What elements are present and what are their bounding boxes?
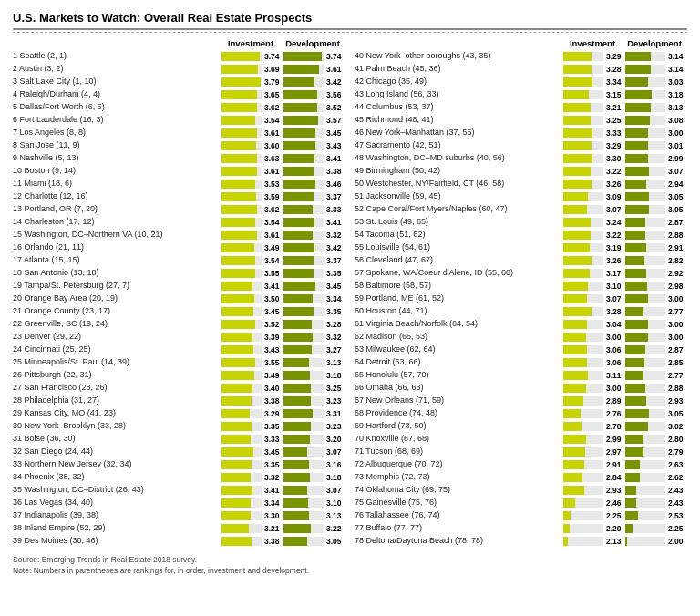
development-bar-wrap	[625, 460, 665, 469]
development-bar-wrap	[625, 256, 665, 265]
development-value: 3.38	[326, 167, 342, 176]
development-bar	[283, 524, 311, 533]
investment-cell: 3.38	[221, 396, 283, 406]
table-row: 50 Westchester, NY/Fairfield, CT (46, 58…	[355, 178, 687, 190]
main-table: Investment Development 1 Seattle (2, 1)3…	[13, 38, 687, 548]
development-bar	[625, 358, 644, 367]
investment-bar	[221, 358, 255, 367]
investment-cell: 2.76	[563, 409, 625, 418]
development-bar-wrap	[283, 269, 324, 278]
investment-bar	[563, 218, 591, 227]
investment-bar-wrap	[221, 231, 262, 240]
row-label: 19 Tampa/St. Petersburg (27, 7)	[13, 281, 221, 292]
row-label: 18 San Antonio (13, 18)	[13, 268, 221, 279]
investment-bar-wrap	[563, 435, 603, 444]
investment-bar	[563, 269, 590, 278]
table-row: 25 Minneapolis/St. Paul (14, 39)3.553.13	[13, 356, 345, 368]
investment-value: 3.33	[264, 435, 280, 444]
table-row: 52 Cape Coral/Fort Myers/Naples (60, 47)…	[355, 203, 687, 215]
investment-cell: 3.60	[221, 141, 283, 150]
development-bar-wrap	[625, 486, 665, 495]
right-dev-header: Development	[623, 38, 685, 48]
investment-value: 3.30	[264, 511, 280, 520]
development-value: 2.43	[668, 486, 684, 495]
row-label: 28 Philadelphia (31, 27)	[13, 395, 221, 406]
investment-bar-wrap	[563, 294, 603, 303]
row-label: 34 Phoenix (38, 32)	[13, 472, 221, 483]
development-bar-wrap	[625, 524, 665, 533]
development-bar-wrap	[283, 524, 324, 533]
investment-value: 3.43	[264, 345, 280, 354]
investment-cell: 3.09	[563, 192, 625, 201]
investment-bar	[221, 345, 253, 354]
investment-bar	[221, 307, 253, 316]
investment-value: 3.10	[606, 282, 622, 291]
table-row: 30 New York–Brooklyn (33, 28)3.353.23	[13, 420, 345, 432]
investment-cell: 2.84	[563, 473, 625, 482]
investment-bar-wrap	[221, 307, 262, 316]
development-bar-wrap	[283, 307, 324, 316]
development-bar	[283, 384, 311, 393]
investment-bar	[221, 294, 254, 303]
development-value: 3.56	[326, 90, 342, 99]
development-bar-wrap	[625, 180, 665, 189]
development-value: 3.00	[668, 333, 684, 342]
row-label: 16 Orlando (21, 11)	[13, 242, 221, 253]
development-bar	[283, 396, 311, 406]
development-bar-wrap	[625, 167, 665, 176]
development-value: 2.92	[668, 269, 684, 278]
investment-bar	[221, 231, 257, 240]
investment-value: 3.06	[606, 358, 622, 367]
development-value: 2.93	[668, 396, 684, 406]
development-cell: 2.88	[625, 231, 687, 240]
investment-value: 3.61	[264, 167, 280, 176]
investment-bar-wrap	[563, 358, 603, 367]
development-cell: 3.14	[625, 52, 687, 61]
row-label: 48 Washington, DC–MD suburbs (40, 56)	[355, 153, 563, 164]
development-bar	[625, 486, 636, 495]
investment-value: 3.63	[264, 154, 280, 163]
table-row: 76 Tallahassee (76, 74)2.252.53	[355, 509, 687, 521]
table-row: 4 Raleigh/Durham (4, 4)3.653.56	[13, 88, 345, 100]
investment-bar-wrap	[563, 128, 603, 138]
investment-bar	[221, 396, 252, 406]
left-column: Investment Development 1 Seattle (2, 1)3…	[13, 38, 345, 548]
row-label: 12 Charlotte (12, 16)	[13, 191, 221, 202]
development-value: 2.85	[668, 358, 684, 367]
row-label: 50 Westchester, NY/Fairfield, CT (46, 58…	[355, 179, 563, 190]
development-value: 3.32	[326, 333, 342, 342]
row-label: 22 Greenville, SC (19, 24)	[13, 319, 221, 330]
investment-bar	[563, 282, 588, 291]
development-bar	[283, 320, 312, 329]
investment-bar	[221, 320, 255, 329]
investment-value: 3.62	[264, 205, 280, 214]
investment-value: 3.65	[264, 90, 280, 99]
investment-cell: 3.26	[563, 256, 625, 265]
investment-bar-wrap	[221, 486, 262, 495]
investment-value: 3.39	[264, 333, 280, 342]
development-value: 3.27	[326, 345, 342, 354]
investment-value: 3.07	[606, 205, 622, 214]
development-bar	[283, 511, 309, 520]
row-label: 7 Los Angeles (8, 8)	[13, 128, 221, 139]
development-bar	[283, 422, 311, 431]
investment-bar	[563, 486, 584, 495]
table-row: 42 Chicago (35, 49)3.343.03	[355, 76, 687, 87]
investment-cell: 3.45	[221, 447, 283, 457]
development-cell: 3.18	[283, 371, 345, 380]
table-row: 68 Providence (74, 48)2.763.05	[355, 407, 687, 419]
development-value: 3.01	[668, 141, 684, 150]
development-bar	[625, 320, 648, 329]
row-label: 32 San Diego (24, 44)	[13, 447, 221, 457]
development-cell: 2.63	[625, 460, 687, 469]
investment-value: 3.32	[264, 473, 280, 482]
row-label: 1 Seattle (2, 1)	[13, 51, 221, 62]
development-bar	[283, 447, 307, 457]
investment-bar-wrap	[563, 256, 603, 265]
development-value: 2.87	[668, 345, 684, 354]
investment-bar-wrap	[221, 333, 262, 342]
investment-cell: 3.29	[563, 141, 625, 150]
investment-bar	[221, 167, 257, 176]
investment-bar-wrap	[563, 218, 603, 227]
investment-bar-wrap	[563, 116, 603, 125]
